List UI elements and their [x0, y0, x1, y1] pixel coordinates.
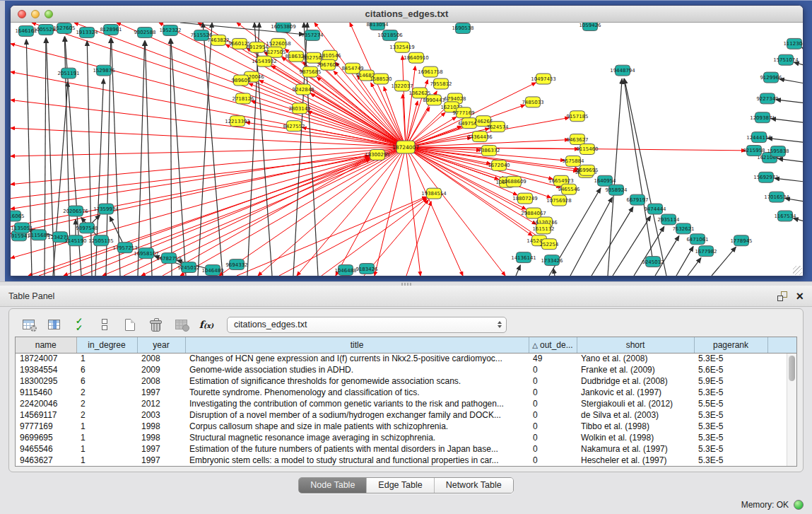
graph-node[interactable]: 9463627 [566, 134, 588, 145]
graph-node[interactable]: 16782759 [156, 253, 182, 264]
table-row[interactable]: 2242004622012Investigating the contribut… [16, 398, 796, 409]
delete-table-icon[interactable] [146, 315, 165, 334]
graph-node[interactable]: 1733426 [541, 255, 563, 266]
graph-node[interactable]: 6679197 [626, 194, 648, 205]
show-columns-icon[interactable] [45, 315, 63, 334]
tab-network-table[interactable]: Network Table [435, 478, 513, 493]
close-window-button[interactable] [18, 10, 26, 18]
graph-node[interactable]: 12093871 [750, 112, 775, 123]
column-header-pagerank[interactable]: pagerank [694, 337, 767, 353]
graph-node[interactable]: 1322037 [391, 81, 413, 91]
graph-node[interactable]: 1690538 [452, 23, 473, 33]
graph-edge[interactable] [776, 100, 803, 103]
zoom-window-button[interactable] [45, 10, 53, 18]
graph-edge[interactable] [11, 147, 406, 209]
column-header-name[interactable]: name [16, 337, 76, 353]
tab-node-table[interactable]: Node Table [299, 478, 367, 493]
graph-node[interactable]: 12444118 [746, 132, 772, 143]
column-header-out-de-[interactable]: △out_de... [529, 337, 577, 353]
graph-edge[interactable] [26, 40, 32, 276]
graph-node[interactable]: 9183426 [355, 264, 377, 274]
graph-edge[interactable] [553, 269, 555, 276]
table-row[interactable]: 1872400712008Changes of HCN gene express… [16, 353, 796, 364]
graph-node[interactable]: 12505135 [88, 235, 114, 246]
graph-edge[interactable] [802, 47, 803, 48]
graph-node[interactable]: 20206576 [63, 206, 88, 216]
table-row[interactable]: 911546021997Tourette syndrome. Phenomeno… [16, 387, 796, 398]
table-row[interactable]: 1456911722003Disruption of a novel membe… [16, 409, 796, 421]
graph-edge[interactable] [138, 41, 145, 276]
graph-node[interactable]: 1677982 [695, 246, 717, 257]
graph-node[interactable]: 9397548 [76, 223, 98, 233]
table-row[interactable]: 969969511998Structural magnetic resonanc… [16, 432, 796, 443]
clear-selection-icon[interactable] [95, 315, 114, 334]
graph-node[interactable]: 9245012 [177, 262, 199, 273]
graph-edge[interactable] [117, 23, 406, 147]
table-selector[interactable]: citations_edges.txt [227, 317, 507, 333]
graph-edge[interactable] [688, 258, 701, 276]
graph-edge[interactable] [203, 23, 223, 276]
close-panel-icon[interactable]: × [796, 291, 804, 301]
graph-node[interactable]: 2516065 [11, 211, 25, 221]
graph-node[interactable]: 1913324 [76, 27, 98, 37]
graph-edge[interactable] [767, 138, 803, 142]
graph-node[interactable]: 17016534 [764, 192, 789, 202]
new-table-icon[interactable] [121, 315, 139, 334]
graph-node[interactable]: 7485033 [522, 97, 543, 107]
graph-node[interactable]: 15692971 [753, 172, 779, 182]
window-resize-grip[interactable] [793, 266, 802, 275]
graph-node[interactable]: 9227349 [756, 93, 778, 104]
select-all-icon[interactable]: ✓✓ [70, 315, 88, 334]
graph-node[interactable]: 17359934 [93, 204, 119, 214]
graph-edge[interactable] [771, 119, 803, 123]
graph-node[interactable]: 1112304 [783, 38, 803, 49]
column-header-year[interactable]: year [137, 337, 185, 353]
graph-edge[interactable] [145, 41, 152, 276]
graph-edge[interactable] [11, 147, 406, 156]
column-header-short[interactable]: short [577, 337, 694, 353]
graph-node[interactable]: 16961758 [418, 66, 443, 77]
graph-edge[interactable] [11, 147, 406, 233]
graph-node[interactable]: 1952322 [159, 25, 181, 35]
graph-edge[interactable] [406, 201, 431, 276]
memory-status-led[interactable] [794, 500, 804, 510]
graph-edge[interactable] [11, 156, 369, 226]
table-row[interactable]: 946362711997Embryonic stem cells: a mode… [16, 455, 796, 466]
graph-node[interactable]: 10218506 [377, 30, 403, 40]
graph-node[interactable]: 19448794 [610, 65, 635, 76]
graph-edge[interactable] [613, 216, 651, 276]
tab-edge-table[interactable]: Edge Table [367, 478, 434, 493]
graph-node[interactable]: 8813054 [366, 23, 389, 30]
panel-splitter[interactable] [0, 281, 812, 286]
graph-edge[interactable] [170, 39, 172, 276]
minimize-window-button[interactable] [31, 10, 40, 18]
graph-edge[interactable] [336, 147, 406, 276]
graph-node[interactable]: 1046480 [201, 265, 223, 276]
network-window-titlebar[interactable]: citations_edges.txt [11, 6, 803, 23]
graph-node[interactable]: 14136141 [511, 252, 536, 263]
graph-node[interactable]: 10756928 [546, 195, 572, 206]
graph-node[interactable]: 1059426 [579, 23, 601, 30]
graph-node[interactable]: 9694332 [225, 259, 247, 270]
graph-edge[interactable] [171, 39, 186, 276]
graph-edge[interactable] [406, 66, 416, 147]
graph-node[interactable]: 13325419 [389, 42, 415, 52]
graph-node[interactable]: 1529876 [93, 65, 114, 76]
graph-edge[interactable] [406, 101, 418, 147]
graph-edge[interactable] [53, 81, 68, 276]
graph-node[interactable]: 9575884 [562, 156, 584, 166]
graph-edge[interactable] [655, 236, 679, 276]
graph-node[interactable]: 2935114 [657, 214, 680, 225]
graph-edge[interactable] [516, 265, 520, 276]
graph-edge[interactable] [779, 79, 803, 83]
graph-node[interactable]: 9474444 [644, 204, 666, 214]
graph-edge[interactable] [259, 81, 406, 147]
network-graph[interactable]: 1646162100552871527605191332481289619302… [11, 23, 803, 276]
table-row[interactable]: 1938455462009Genome-wide association stu… [16, 364, 796, 375]
table-settings-icon[interactable] [19, 315, 37, 334]
network-canvas[interactable]: 1646162100552871527605191332481289619302… [11, 23, 803, 276]
graph-node[interactable]: 15751074 [773, 54, 799, 65]
column-header-in-degree[interactable]: in_degree [76, 337, 137, 353]
function-builder-icon[interactable]: f(x) [197, 315, 216, 334]
graph-node[interactable]: 1167534 [774, 211, 796, 221]
